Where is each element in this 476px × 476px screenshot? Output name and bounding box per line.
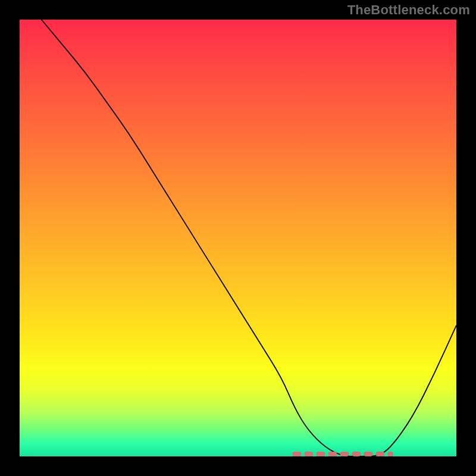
- attribution-label: TheBottleneck.com: [347, 2, 470, 18]
- bottleneck-curve: [42, 20, 456, 456]
- plot-area: [20, 20, 456, 456]
- curve-svg: [20, 20, 456, 456]
- chart-frame: TheBottleneck.com: [0, 0, 476, 476]
